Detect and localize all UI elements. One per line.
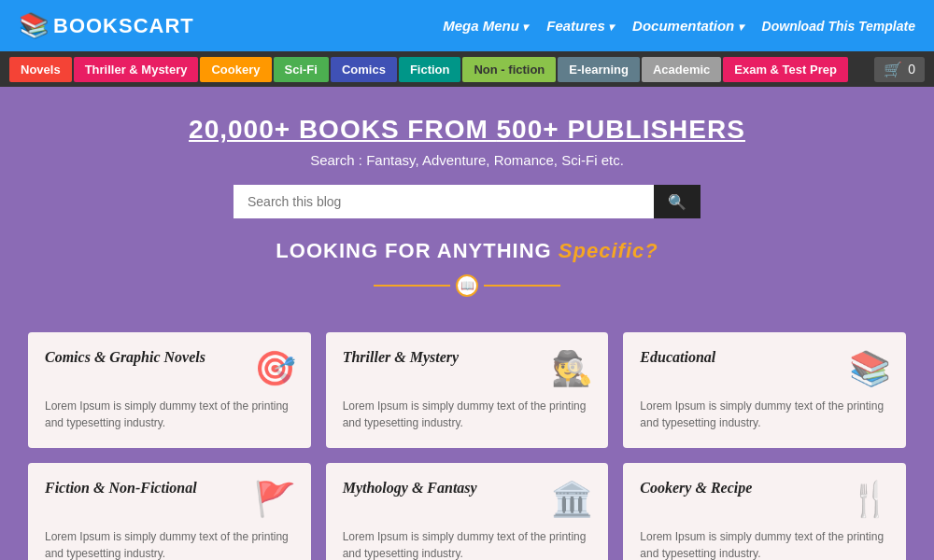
header: 📚 BOOKSCART Mega Menu Features Documenta… — [0, 0, 934, 51]
card-educational-header: Educational 📚 — [640, 349, 891, 388]
card-fiction-icon: 🚩 — [254, 480, 296, 519]
card-fiction-text: Lorem Ipsum is simply dummy text of the … — [45, 528, 296, 560]
cat-novels[interactable]: Novels — [9, 57, 72, 82]
hero-section: 20,000+ BOOKS FROM 500+ PUBLISHERS Searc… — [0, 87, 934, 332]
cards-grid: Comics & Graphic Novels 🎯 Lorem Ipsum is… — [28, 332, 906, 560]
nav-download[interactable]: Download This Template — [762, 19, 915, 34]
cat-comics[interactable]: Comics — [331, 57, 397, 82]
card-thriller-icon: 🕵️ — [551, 349, 593, 388]
main-nav: Mega Menu Features Documentation Downloa… — [443, 18, 915, 34]
cart-icon: 🛒 — [884, 61, 902, 78]
card-cookery-title: Cookery & Recipe — [640, 480, 752, 497]
card-mythology-title: Mythology & Fantasy — [343, 480, 477, 497]
nav-documentation[interactable]: Documentation — [632, 18, 743, 34]
card-mythology[interactable]: Mythology & Fantasy 🏛️ Lorem Ipsum is si… — [326, 463, 609, 560]
section-heading: LOOKING FOR ANYTHING Specific? — [276, 239, 658, 263]
hero-title-part1: 20,000+ BOOKS FROM — [189, 115, 496, 144]
cat-exam[interactable]: Exam & Test Prep — [723, 57, 848, 82]
card-thriller[interactable]: Thriller & Mystery 🕵️ Lorem Ipsum is sim… — [326, 332, 609, 448]
card-cookery-header: Cookery & Recipe 🍴 — [640, 480, 891, 519]
card-educational-icon: 📚 — [849, 349, 891, 388]
cat-fiction[interactable]: Fiction — [399, 57, 461, 82]
card-cookery-text: Lorem Ipsum is simply dummy text of the … — [640, 528, 891, 560]
card-educational[interactable]: Educational 📚 Lorem Ipsum is simply dumm… — [623, 332, 906, 448]
logo-icon: 📚 — [19, 11, 50, 40]
logo-text: BOOKSCART — [53, 14, 194, 38]
card-fiction-header: Fiction & Non-Fictional 🚩 — [45, 480, 296, 519]
card-comics-title: Comics & Graphic Novels — [45, 349, 205, 366]
cards-section: Comics & Graphic Novels 🎯 Lorem Ipsum is… — [0, 332, 934, 560]
search-input[interactable] — [234, 185, 654, 218]
card-cookery[interactable]: Cookery & Recipe 🍴 Lorem Ipsum is simply… — [623, 463, 906, 560]
search-button[interactable]: 🔍 — [654, 185, 700, 218]
hero-title: 20,000+ BOOKS FROM 500+ PUBLISHERS — [189, 115, 745, 145]
cart-count: 0 — [908, 62, 915, 77]
card-mythology-text: Lorem Ipsum is simply dummy text of the … — [343, 528, 594, 560]
hero-title-part3: PUBLISHERS — [559, 115, 745, 144]
cat-thriller[interactable]: Thriller & Mystery — [74, 57, 199, 82]
search-bar: 🔍 — [234, 185, 700, 218]
card-comics-header: Comics & Graphic Novels 🎯 — [45, 349, 296, 388]
cat-elearning[interactable]: E-learning — [558, 57, 640, 82]
section-heading-text: LOOKING FOR ANYTHING — [276, 239, 551, 262]
card-mythology-header: Mythology & Fantasy 🏛️ — [343, 480, 594, 519]
cart-area[interactable]: 🛒 0 — [874, 57, 925, 82]
card-mythology-icon: 🏛️ — [551, 480, 593, 519]
nav-mega-menu[interactable]: Mega Menu — [443, 18, 528, 34]
card-cookery-icon: 🍴 — [849, 480, 891, 519]
card-thriller-text: Lorem Ipsum is simply dummy text of the … — [343, 398, 594, 431]
hero-title-part2: 500+ — [497, 115, 559, 144]
card-comics[interactable]: Comics & Graphic Novels 🎯 Lorem Ipsum is… — [28, 332, 311, 448]
card-fiction-title: Fiction & Non-Fictional — [45, 480, 197, 497]
logo[interactable]: 📚 BOOKSCART — [19, 11, 194, 40]
hero-subtitle: Search : Fantasy, Adventure, Romance, Sc… — [310, 152, 624, 168]
card-educational-title: Educational — [640, 349, 715, 366]
section-heading-specific: Specific? — [559, 239, 658, 262]
category-bar: Novels Thriller & Mystery Cookery Sci-Fi… — [0, 51, 934, 87]
card-fiction[interactable]: Fiction & Non-Fictional 🚩 Lorem Ipsum is… — [28, 463, 311, 560]
cat-cookery[interactable]: Cookery — [200, 57, 271, 82]
nav-features[interactable]: Features — [546, 18, 614, 34]
card-thriller-title: Thriller & Mystery — [343, 349, 459, 366]
divider-line-right — [484, 285, 560, 287]
card-comics-text: Lorem Ipsum is simply dummy text of the … — [45, 398, 296, 431]
card-thriller-header: Thriller & Mystery 🕵️ — [343, 349, 594, 388]
cat-academic[interactable]: Academic — [642, 57, 721, 82]
cat-scifi[interactable]: Sci-Fi — [274, 57, 329, 82]
card-educational-text: Lorem Ipsum is simply dummy text of the … — [640, 398, 891, 431]
divider-line-left — [374, 285, 450, 287]
divider-icon: 📖 — [456, 274, 478, 297]
divider: 📖 — [374, 274, 560, 297]
cat-nonfiction[interactable]: Non - fiction — [462, 57, 556, 82]
card-comics-icon: 🎯 — [254, 349, 296, 388]
